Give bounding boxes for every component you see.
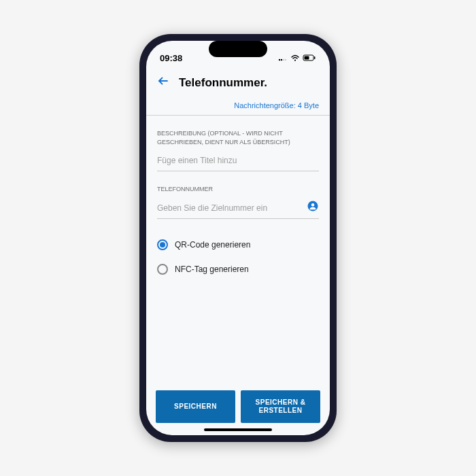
description-label: BESCHREIBUNG (OPTIONAL - Wird nicht gesc… [157, 129, 319, 146]
phone-input[interactable] [157, 199, 303, 218]
radio-qr-label: QR-Code generieren [175, 240, 250, 250]
form-content: BESCHREIBUNG (OPTIONAL - Wird nicht gesc… [146, 116, 330, 384]
radio-qr-code[interactable]: QR-Code generieren [157, 233, 319, 257]
phone-field-group: TELEFONNUMMER [157, 185, 319, 219]
description-input[interactable] [157, 152, 319, 171]
phone-frame: 09:38 Telefonnummer. Nachrichtengröße: 4… [139, 34, 337, 442]
svg-point-2 [283, 58, 284, 60]
phone-notch [209, 41, 267, 57]
signal-icon [278, 53, 288, 63]
description-field-group: BESCHREIBUNG (OPTIONAL - Wird nicht gesc… [157, 129, 319, 171]
back-arrow-icon[interactable] [157, 75, 169, 90]
svg-rect-7 [314, 56, 316, 59]
radio-nfc-label: NFC-Tag generieren [175, 265, 249, 274]
home-indicator[interactable] [204, 428, 272, 431]
svg-point-10 [311, 203, 315, 207]
status-indicators [278, 53, 316, 63]
phone-label: TELEFONNUMMER [157, 185, 319, 194]
app-header: Telefonnummer. [146, 69, 330, 99]
contact-picker-icon[interactable] [307, 200, 319, 218]
svg-point-1 [281, 58, 282, 60]
message-size-label: Nachrichtengröße: 4 Byte [146, 99, 330, 116]
svg-point-3 [285, 58, 286, 60]
svg-rect-6 [305, 56, 309, 59]
radio-nfc-tag[interactable]: NFC-Tag generieren [157, 257, 319, 282]
svg-point-0 [279, 58, 280, 60]
save-button[interactable]: SPEICHERN [156, 390, 235, 423]
radio-checked-icon [157, 239, 168, 250]
phone-screen: 09:38 Telefonnummer. Nachrichtengröße: 4… [146, 41, 330, 435]
page-title: Telefonnummer. [179, 76, 267, 90]
action-button-bar: SPEICHERN SPEICHERN & ERSTELLEN [146, 384, 330, 435]
output-type-radio-group: QR-Code generieren NFC-Tag generieren [157, 233, 319, 282]
battery-icon [303, 53, 316, 63]
radio-unchecked-icon [157, 264, 168, 275]
svg-point-4 [294, 59, 296, 61]
save-create-button[interactable]: SPEICHERN & ERSTELLEN [241, 390, 320, 423]
status-time: 09:38 [160, 53, 182, 63]
wifi-icon [290, 53, 300, 63]
